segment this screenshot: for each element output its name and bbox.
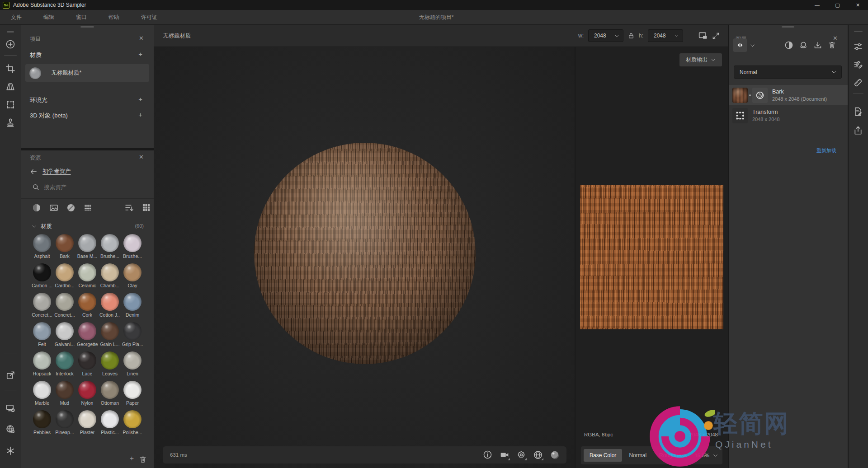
smart-material-icon[interactable] [799,41,807,49]
add-material-button[interactable]: + [138,50,142,58]
close-icon[interactable]: ✕ [139,154,144,160]
material-swatch[interactable]: Felt [32,322,52,347]
material-swatch[interactable]: Concret... [55,293,75,318]
material-swatch[interactable]: Chamb... [100,263,120,288]
export-document-icon[interactable] [854,107,863,116]
material-swatch[interactable]: Cork [77,293,97,318]
material-output-dropdown[interactable]: 材质输出 [679,53,722,66]
panel-drag-handle[interactable] [782,26,794,28]
info-icon[interactable] [483,450,492,459]
plugins-icon[interactable] [6,446,15,455]
filter-patterns-icon[interactable] [84,204,92,212]
filter-smart-materials-icon[interactable] [67,204,75,212]
layout-toggle-icon[interactable] [698,31,708,40]
add-3dobject-button[interactable]: + [138,111,142,118]
material-swatch[interactable]: Galvani... [55,322,75,347]
material-swatch[interactable]: Hopsack [32,351,52,376]
material-swatch[interactable]: Clay [123,263,142,288]
adjustment-icon[interactable] [785,41,793,49]
add-environment-button[interactable]: + [138,95,142,103]
maximize-button[interactable]: ▢ [827,0,848,10]
width-select[interactable]: 2048 [588,29,623,42]
view-2d[interactable]: 材质输出 RGBA, 8bpc 2048 x 2048 Base ColorNo… [576,47,728,468]
stamp-tool-icon[interactable] [6,118,15,127]
crop-tool-icon[interactable] [6,64,15,73]
lock-icon[interactable] [628,33,634,39]
environment-icon[interactable] [533,450,542,459]
reload-link[interactable]: 重新加载 [816,147,836,154]
search-input[interactable] [44,184,116,191]
filter-images-icon[interactable] [50,204,58,212]
texture-preview[interactable] [580,185,723,329]
material-swatch[interactable]: Ottoman [100,381,120,406]
properties-icon[interactable] [854,42,863,51]
material-swatch[interactable]: Plastic... [100,410,120,435]
material-swatch[interactable]: Paper [123,381,142,406]
share-icon[interactable] [854,126,863,135]
category-row[interactable]: 材质 [32,223,52,230]
material-swatch[interactable]: Leaves [100,351,120,376]
material-swatch[interactable]: Lace [77,351,97,376]
viewport-tab[interactable]: 无标题材质 [163,32,191,40]
material-swatch[interactable]: Pebbles [32,410,52,435]
material-swatch[interactable]: Marble [32,381,52,406]
material-swatch[interactable]: Grip Pla... [123,322,142,347]
beginner-assets-link[interactable]: 初学者资产 [42,168,71,175]
environment-settings-icon[interactable] [6,425,15,434]
viewport-3d[interactable]: 631 ms [154,47,575,468]
close-icon[interactable]: ✕ [833,35,838,41]
expand-icon[interactable] [712,32,720,40]
panel-drag-handle[interactable] [80,26,94,28]
add-resource-button[interactable]: + [130,454,134,463]
menu-item[interactable]: 编辑 [39,12,59,23]
filter-materials-icon[interactable] [33,204,41,212]
layer-row-transform[interactable]: Transform 2048 x 2048 [729,105,848,126]
delete-layer-icon[interactable] [828,41,836,49]
material-swatch[interactable]: Cardbo... [55,263,75,288]
render-sphere-icon[interactable] [550,450,559,459]
material-swatch[interactable]: Ceramic [77,263,97,288]
split-view-button[interactable] [733,38,747,52]
import-layer-icon[interactable] [814,41,822,49]
material-swatch[interactable]: Linen [123,351,142,376]
rotate-mesh-icon[interactable] [517,450,526,459]
material-swatch[interactable]: Brushe... [123,234,142,259]
material-swatch[interactable]: Concret... [32,293,52,318]
channel-tab-normal[interactable]: Normal [623,449,652,462]
add-asset-icon[interactable] [6,40,15,49]
trash-icon[interactable] [139,456,146,463]
layer-row-bark[interactable]: Bark 2048 x 2048 (Document) [729,85,848,105]
split-view-chevron[interactable] [750,43,755,48]
material-swatch[interactable]: Polishe... [123,410,142,435]
material-swatch[interactable]: Cotton J... [100,293,120,318]
menu-item[interactable]: 文件 [6,12,26,23]
material-swatch[interactable]: Georgette [77,322,97,347]
close-button[interactable]: ✕ [848,0,868,10]
material-swatch[interactable]: Base M... [77,234,97,259]
material-item-row[interactable]: 无标题材质* [25,64,149,82]
material-swatch[interactable]: Asphalt [32,234,52,259]
rail-drag-handle[interactable] [7,31,14,33]
menu-item[interactable]: 许可证 [137,12,162,23]
display-settings-icon[interactable] [6,403,15,412]
preview-sphere[interactable] [254,143,476,364]
material-swatch[interactable]: Carbon ... [32,263,52,288]
filter-settings-icon[interactable] [854,60,863,69]
transform-tool-icon[interactable] [6,100,15,109]
close-icon[interactable]: ✕ [139,35,144,41]
sort-icon[interactable] [125,203,133,212]
material-swatch[interactable]: Plaster [77,410,97,435]
channel-tab-roughness[interactable]: Roughness [653,449,693,462]
menu-item[interactable]: 帮助 [104,12,124,23]
material-swatch[interactable]: Brushe... [100,234,120,259]
material-swatch[interactable]: Mud [55,381,75,406]
physical-size-icon[interactable] [854,78,863,87]
material-swatch[interactable]: Pineap... [55,410,75,435]
material-swatch[interactable]: Interlock [55,351,75,376]
material-swatch[interactable]: Bark [55,234,75,259]
camera-icon[interactable] [500,450,509,459]
height-select[interactable]: 2048 [648,29,683,42]
export-icon[interactable] [6,371,15,380]
minimize-button[interactable]: — [807,0,827,10]
menu-item[interactable]: 窗口 [71,12,91,23]
